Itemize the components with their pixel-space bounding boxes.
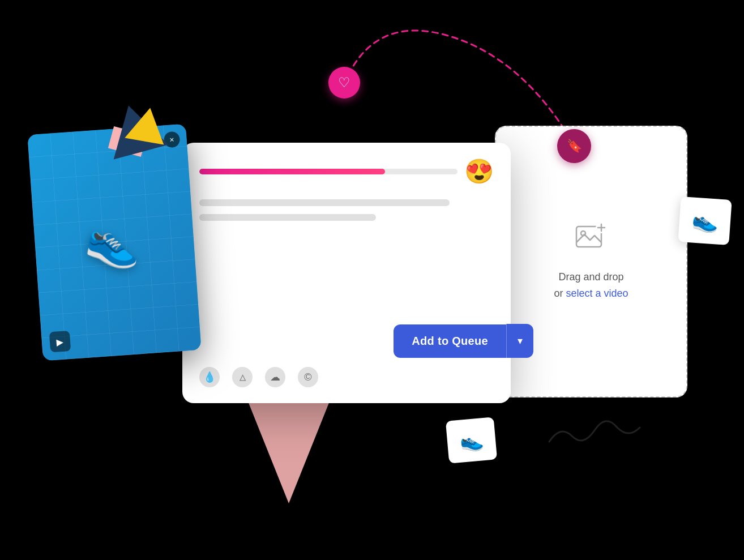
shoe-thumbnail-icon: 👟 [691, 207, 719, 234]
heart-icon: ♡ [338, 75, 350, 91]
shoe-image: 👟 [27, 124, 201, 361]
add-image-icon [575, 222, 607, 258]
text-line-1 [199, 199, 450, 206]
copyright-icon[interactable]: © [298, 367, 318, 387]
main-card: 😍 Add to Queue ▾ 💧 △ ☁ © [182, 143, 511, 403]
progress-bar-row: 😍 [199, 160, 494, 183]
bookmark-icon-circle: 🔖 [557, 129, 591, 163]
select-video-link[interactable]: select a video [566, 288, 628, 299]
emoji-face: 😍 [464, 160, 494, 183]
sneaker-card-left: 👟 × ▶ [27, 124, 201, 361]
cloud-icon[interactable]: ☁ [265, 367, 285, 387]
queue-dropdown-button[interactable]: ▾ [506, 324, 533, 358]
google-drive-icon[interactable]: △ [232, 367, 253, 387]
progress-bar-fill [199, 169, 385, 174]
chevron-down-icon: ▾ [518, 335, 523, 347]
progress-bar-track [199, 169, 457, 174]
thumbnail-bottom-mid: 👟 [446, 417, 497, 463]
shoe-emoji: 👟 [82, 211, 147, 273]
text-lines [199, 199, 494, 221]
upload-text: Drag and drop or select a video [554, 269, 628, 302]
add-to-queue-button[interactable]: Add to Queue [394, 324, 506, 358]
play-icon: ▶ [56, 336, 63, 347]
video-icon: ▶ [49, 331, 71, 352]
geo-triangle-yellow [125, 104, 169, 144]
dropbox-icon[interactable]: 💧 [199, 367, 220, 387]
scene: ♡ 🔖 👟 × ▶ 😍 [0, 0, 744, 560]
add-to-queue-area: Add to Queue ▾ [394, 324, 533, 358]
bookmark-icon: 🔖 [567, 139, 582, 153]
pink-triangle-decoration [243, 390, 334, 503]
heart-icon-circle: ♡ [328, 67, 360, 99]
close-icon: × [169, 135, 174, 144]
text-line-2 [199, 214, 376, 221]
shoe-thumbnail-icon-2: 👟 [459, 428, 484, 453]
icon-row: 💧 △ ☁ © [199, 367, 318, 387]
thumbnail-top-right: 👟 [678, 196, 732, 245]
